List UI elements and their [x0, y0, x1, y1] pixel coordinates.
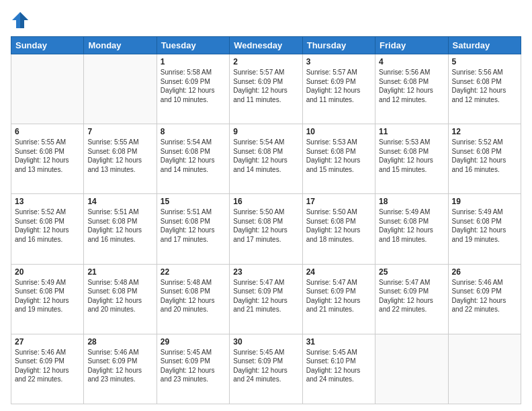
day-info: Sunrise: 5:50 AM Sunset: 6:08 PM Dayligh… [233, 208, 298, 244]
day-info: Sunrise: 5:47 AM Sunset: 6:09 PM Dayligh… [379, 278, 444, 314]
day-number: 23 [233, 267, 298, 277]
day-number: 3 [306, 57, 371, 66]
day-number: 2 [233, 57, 298, 66]
calendar-cell: 30Sunrise: 5:45 AM Sunset: 6:09 PM Dayli… [230, 334, 302, 404]
calendar-header-monday: Monday [84, 37, 157, 54]
calendar-cell: 19Sunrise: 5:49 AM Sunset: 6:08 PM Dayli… [448, 194, 521, 264]
day-info: Sunrise: 5:45 AM Sunset: 6:09 PM Dayligh… [233, 348, 298, 384]
day-info: Sunrise: 5:49 AM Sunset: 6:08 PM Dayligh… [15, 278, 80, 314]
day-info: Sunrise: 5:51 AM Sunset: 6:08 PM Dayligh… [87, 208, 152, 244]
day-number: 15 [161, 197, 226, 206]
day-info: Sunrise: 5:53 AM Sunset: 6:08 PM Dayligh… [306, 138, 371, 174]
day-info: Sunrise: 5:47 AM Sunset: 6:09 PM Dayligh… [306, 278, 371, 314]
calendar-cell: 5Sunrise: 5:56 AM Sunset: 6:08 PM Daylig… [448, 54, 521, 124]
day-info: Sunrise: 5:46 AM Sunset: 6:09 PM Dayligh… [87, 348, 152, 384]
logo-icon [11, 11, 30, 30]
calendar-cell: 23Sunrise: 5:47 AM Sunset: 6:09 PM Dayli… [230, 264, 302, 334]
calendar-cell: 22Sunrise: 5:48 AM Sunset: 6:08 PM Dayli… [157, 264, 229, 334]
calendar-cell: 26Sunrise: 5:46 AM Sunset: 6:09 PM Dayli… [448, 264, 521, 334]
calendar-cell: 7Sunrise: 5:55 AM Sunset: 6:08 PM Daylig… [84, 124, 157, 194]
day-number: 24 [306, 267, 371, 277]
calendar-week-row: 27Sunrise: 5:46 AM Sunset: 6:09 PM Dayli… [11, 334, 521, 404]
calendar-cell: 8Sunrise: 5:54 AM Sunset: 6:08 PM Daylig… [157, 124, 229, 194]
day-info: Sunrise: 5:57 AM Sunset: 6:09 PM Dayligh… [306, 68, 371, 104]
calendar-header-wednesday: Wednesday [230, 37, 302, 54]
day-info: Sunrise: 5:49 AM Sunset: 6:08 PM Dayligh… [379, 208, 444, 244]
day-number: 6 [15, 127, 80, 136]
day-info: Sunrise: 5:56 AM Sunset: 6:08 PM Dayligh… [379, 68, 444, 104]
day-info: Sunrise: 5:54 AM Sunset: 6:08 PM Dayligh… [233, 138, 298, 174]
calendar-header-row: SundayMondayTuesdayWednesdayThursdayFrid… [11, 37, 521, 54]
calendar-cell: 14Sunrise: 5:51 AM Sunset: 6:08 PM Dayli… [84, 194, 157, 264]
day-info: Sunrise: 5:49 AM Sunset: 6:08 PM Dayligh… [452, 208, 517, 244]
calendar-week-row: 20Sunrise: 5:49 AM Sunset: 6:08 PM Dayli… [11, 264, 521, 334]
calendar-cell: 18Sunrise: 5:49 AM Sunset: 6:08 PM Dayli… [375, 194, 448, 264]
day-info: Sunrise: 5:55 AM Sunset: 6:08 PM Dayligh… [15, 138, 80, 174]
day-number: 27 [15, 337, 80, 347]
day-number: 9 [233, 127, 298, 136]
day-number: 21 [87, 267, 152, 277]
day-info: Sunrise: 5:57 AM Sunset: 6:09 PM Dayligh… [233, 68, 298, 104]
calendar-header-tuesday: Tuesday [157, 37, 229, 54]
day-number: 17 [306, 197, 371, 206]
calendar-cell: 4Sunrise: 5:56 AM Sunset: 6:08 PM Daylig… [375, 54, 448, 124]
calendar-cell: 29Sunrise: 5:45 AM Sunset: 6:09 PM Dayli… [157, 334, 229, 404]
calendar-cell: 28Sunrise: 5:46 AM Sunset: 6:09 PM Dayli… [84, 334, 157, 404]
calendar-cell [448, 334, 521, 404]
day-info: Sunrise: 5:51 AM Sunset: 6:08 PM Dayligh… [161, 208, 226, 244]
calendar-cell: 31Sunrise: 5:45 AM Sunset: 6:10 PM Dayli… [302, 334, 375, 404]
day-info: Sunrise: 5:48 AM Sunset: 6:08 PM Dayligh… [87, 278, 152, 314]
day-info: Sunrise: 5:53 AM Sunset: 6:08 PM Dayligh… [379, 138, 444, 174]
calendar-cell: 20Sunrise: 5:49 AM Sunset: 6:08 PM Dayli… [11, 264, 84, 334]
day-number: 7 [87, 127, 152, 136]
calendar-cell: 11Sunrise: 5:53 AM Sunset: 6:08 PM Dayli… [375, 124, 448, 194]
day-info: Sunrise: 5:45 AM Sunset: 6:10 PM Dayligh… [306, 348, 371, 384]
day-info: Sunrise: 5:46 AM Sunset: 6:09 PM Dayligh… [452, 278, 517, 314]
day-number: 13 [15, 197, 80, 206]
day-info: Sunrise: 5:52 AM Sunset: 6:08 PM Dayligh… [15, 208, 80, 244]
calendar-week-row: 1Sunrise: 5:58 AM Sunset: 6:09 PM Daylig… [11, 54, 521, 124]
day-number: 1 [161, 57, 226, 66]
svg-marker-1 [20, 12, 28, 28]
logo [11, 11, 32, 30]
calendar-week-row: 6Sunrise: 5:55 AM Sunset: 6:08 PM Daylig… [11, 124, 521, 194]
calendar-cell: 12Sunrise: 5:52 AM Sunset: 6:08 PM Dayli… [448, 124, 521, 194]
calendar-cell: 2Sunrise: 5:57 AM Sunset: 6:09 PM Daylig… [230, 54, 302, 124]
calendar-header-saturday: Saturday [448, 37, 521, 54]
calendar-cell: 16Sunrise: 5:50 AM Sunset: 6:08 PM Dayli… [230, 194, 302, 264]
calendar-cell: 9Sunrise: 5:54 AM Sunset: 6:08 PM Daylig… [230, 124, 302, 194]
calendar-cell: 21Sunrise: 5:48 AM Sunset: 6:08 PM Dayli… [84, 264, 157, 334]
calendar-header-friday: Friday [375, 37, 448, 54]
day-number: 12 [452, 127, 517, 136]
calendar-cell [375, 334, 448, 404]
day-info: Sunrise: 5:54 AM Sunset: 6:08 PM Dayligh… [161, 138, 226, 174]
day-number: 25 [379, 267, 444, 277]
day-info: Sunrise: 5:58 AM Sunset: 6:09 PM Dayligh… [161, 68, 226, 104]
day-number: 11 [379, 127, 444, 136]
day-number: 8 [161, 127, 226, 136]
day-info: Sunrise: 5:46 AM Sunset: 6:09 PM Dayligh… [15, 348, 80, 384]
day-number: 20 [15, 267, 80, 277]
day-number: 18 [379, 197, 444, 206]
day-info: Sunrise: 5:47 AM Sunset: 6:09 PM Dayligh… [233, 278, 298, 314]
day-number: 10 [306, 127, 371, 136]
day-info: Sunrise: 5:55 AM Sunset: 6:08 PM Dayligh… [87, 138, 152, 174]
calendar-cell: 24Sunrise: 5:47 AM Sunset: 6:09 PM Dayli… [302, 264, 375, 334]
calendar-cell: 13Sunrise: 5:52 AM Sunset: 6:08 PM Dayli… [11, 194, 84, 264]
calendar-cell [84, 54, 157, 124]
day-number: 4 [379, 57, 444, 66]
day-info: Sunrise: 5:45 AM Sunset: 6:09 PM Dayligh… [161, 348, 226, 384]
day-info: Sunrise: 5:50 AM Sunset: 6:08 PM Dayligh… [306, 208, 371, 244]
calendar-cell: 1Sunrise: 5:58 AM Sunset: 6:09 PM Daylig… [157, 54, 229, 124]
day-number: 5 [452, 57, 517, 66]
calendar-cell [11, 54, 84, 124]
day-info: Sunrise: 5:48 AM Sunset: 6:08 PM Dayligh… [161, 278, 226, 314]
calendar-cell: 25Sunrise: 5:47 AM Sunset: 6:09 PM Dayli… [375, 264, 448, 334]
calendar-cell: 10Sunrise: 5:53 AM Sunset: 6:08 PM Dayli… [302, 124, 375, 194]
calendar-week-row: 13Sunrise: 5:52 AM Sunset: 6:08 PM Dayli… [11, 194, 521, 264]
day-number: 30 [233, 337, 298, 347]
calendar-table: SundayMondayTuesdayWednesdayThursdayFrid… [11, 36, 521, 404]
day-number: 31 [306, 337, 371, 347]
day-number: 22 [161, 267, 226, 277]
day-info: Sunrise: 5:56 AM Sunset: 6:08 PM Dayligh… [452, 68, 517, 104]
